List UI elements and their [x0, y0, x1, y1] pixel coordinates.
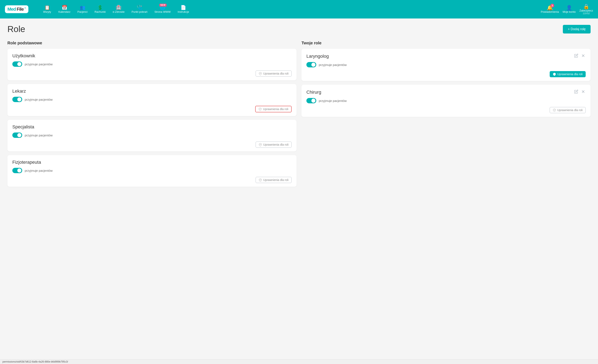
permissions-button-fizjoterapeuta[interactable]: Uprawnienia dla roli	[256, 177, 291, 183]
page-header: Role + Dodaj rolę	[8, 24, 590, 34]
role-name-specjalista: Specjalista	[12, 124, 34, 129]
toggle-lekarz[interactable]	[12, 97, 22, 102]
toggle-row-laryngolog: przyjmuje pacjentów	[307, 62, 586, 67]
role-name-uzytkownik: Użytkownik	[12, 53, 35, 58]
nav-label-punkt-pobran: Punkt pobrań	[132, 10, 148, 13]
nav-item-strona-www[interactable]: 🌐NEWStrona WWW	[151, 4, 174, 15]
nav-item-instrukcje[interactable]: 📄Instrukcje	[175, 4, 192, 15]
logo-reg: ®	[25, 7, 26, 9]
permissions-button-lekarz[interactable]: Uprawnienia dla roli	[255, 106, 291, 112]
add-role-button[interactable]: + Dodaj rolę	[563, 25, 590, 33]
edit-icon-chirurg[interactable]	[574, 89, 579, 95]
permissions-button-uzytkownik[interactable]: Uprawnienia dla roli	[256, 71, 291, 77]
nav-label-instrukcje: Instrukcje	[178, 10, 189, 13]
toggle-row-fizjoterapeuta: przyjmuje pacjentów	[12, 168, 291, 173]
basic-roles-title: Role podstawowe	[8, 41, 297, 45]
toggle-row-lekarz: przyjmuje pacjentów	[12, 97, 291, 102]
toggle-label-chirurg: przyjmuje pacjentów	[319, 99, 347, 103]
nav-label-strona-www: Strona WWW	[154, 10, 171, 13]
role-actions-laryngolog	[574, 53, 586, 59]
role-card-chirurg: Chirurgprzyjmuje pacjentów Uprawnienia d…	[301, 85, 590, 117]
toggle-row-specjalista: przyjmuje pacjentów	[12, 132, 291, 138]
delete-icon-laryngolog[interactable]	[581, 53, 586, 59]
toggle-specjalista[interactable]	[12, 132, 22, 138]
logo-box: Med File ®	[5, 5, 28, 13]
nav-item-punkt-pobran[interactable]: 🩺Punkt pobrań	[129, 4, 150, 15]
role-card-footer-uzytkownik: Uprawnienia dla roli	[12, 71, 291, 77]
role-card-laryngolog: Laryngologprzyjmuje pacjentów Uprawnieni…	[301, 49, 590, 81]
toggle-fizjoterapeuta[interactable]	[12, 168, 22, 173]
nav-icon-rachunki: 💲	[97, 5, 103, 10]
nav-right-moje-konto[interactable]: 👤Moje konto	[563, 5, 576, 13]
nav-right-label-zabezpiecz: Zabezpiecz	[580, 9, 593, 12]
nav-items: 📋Wizyty📅Kalendarz👥Pacjenci💲Rachunki🏥e-Zd…	[40, 4, 541, 15]
role-name-fizjoterapeuta: Fizjoterapeuta	[12, 160, 41, 165]
nav-right-label-powiadomienia: Powiadomienia	[541, 10, 559, 13]
permissions-button-specjalista[interactable]: Uprawnienia dla roli	[256, 142, 291, 148]
role-card-header-chirurg: Chirurg	[307, 89, 586, 95]
nav-label-kalendarz: Kalendarz	[58, 10, 71, 13]
status-text: permissions/oid/63b7d612-8a6b-4a26-880e-…	[2, 360, 68, 363]
role-card-lekarz: Lekarzprzyjmuje pacjentów Uprawnienia dl…	[8, 84, 297, 116]
nav-icon-kalendarz: 📅	[62, 5, 67, 10]
permissions-button-chirurg[interactable]: Uprawnienia dla roli	[550, 107, 586, 113]
role-card-footer-chirurg: Uprawnienia dla roli	[307, 107, 586, 113]
permissions-button-laryngolog[interactable]: Uprawnienia dla roli	[550, 71, 586, 77]
basic-roles-list: Użytkownikprzyjmuje pacjentów Uprawnieni…	[8, 49, 297, 187]
roles-layout: Role podstawowe Użytkownikprzyjmuje pacj…	[8, 41, 590, 190]
status-bar: permissions/oid/63b7d612-8a6b-4a26-880e-…	[0, 359, 598, 364]
role-card-header-specjalista: Specjalista	[12, 124, 291, 129]
nav-item-rachunki[interactable]: 💲Rachunki	[92, 4, 108, 15]
nav-right-icon-zabezpiecz: 🔒	[583, 4, 589, 9]
main-content: Role + Dodaj rolę Role podstawowe Użytko…	[0, 18, 598, 364]
role-name-lekarz: Lekarz	[12, 89, 26, 94]
role-card-footer-lekarz: Uprawnienia dla roli	[12, 106, 291, 112]
page-title: Role	[8, 24, 25, 34]
your-roles-column: Twoje role Laryngologprzyjmuje pacjentów…	[301, 41, 590, 121]
toggle-label-uzytkownik: przyjmuje pacjentów	[25, 63, 53, 66]
nav-label-wizyty: Wizyty	[43, 10, 51, 13]
nav-label-e-zdrowie: e-Zdrowie	[113, 10, 125, 13]
nav-icon-strona-www: 🌐NEW	[160, 5, 165, 10]
nav-right-sub-zabezpiecz: 119:52	[583, 12, 590, 15]
nav-right-powiadomienia[interactable]: 🔔3Powiadomienia	[541, 5, 559, 13]
badge-count-powiadomienia: 3	[550, 4, 554, 7]
navbar: Med File ® 📋Wizyty📅Kalendarz👥Pacjenci💲Ra…	[0, 0, 598, 18]
role-name-laryngolog: Laryngolog	[307, 54, 329, 59]
nav-item-e-zdrowie[interactable]: 🏥e-Zdrowie	[110, 4, 127, 15]
toggle-label-lekarz: przyjmuje pacjentów	[25, 98, 53, 101]
role-card-footer-fizjoterapeuta: Uprawnienia dla roli	[12, 177, 291, 183]
toggle-row-uzytkownik: przyjmuje pacjentów	[12, 61, 291, 67]
role-card-header-lekarz: Lekarz	[12, 89, 291, 94]
nav-right-zabezpiecz[interactable]: 🔒Zabezpiecz119:52	[580, 4, 593, 15]
toggle-chirurg[interactable]	[307, 98, 316, 103]
nav-item-wizyty[interactable]: 📋Wizyty	[40, 4, 54, 15]
role-card-header-laryngolog: Laryngolog	[307, 53, 586, 59]
delete-icon-chirurg[interactable]	[581, 89, 586, 95]
nav-icon-wizyty: 📋	[44, 5, 50, 10]
nav-icon-pacjenci: 👥	[80, 5, 85, 10]
role-card-uzytkownik: Użytkownikprzyjmuje pacjentów Uprawnieni…	[8, 49, 297, 80]
nav-right: 🔔3Powiadomienia👤Moje konto🔒Zabezpiecz119…	[541, 4, 593, 15]
role-card-footer-specjalista: Uprawnienia dla roli	[12, 142, 291, 148]
edit-icon-laryngolog[interactable]	[574, 53, 579, 59]
toggle-label-laryngolog: przyjmuje pacjentów	[319, 63, 347, 66]
role-name-chirurg: Chirurg	[307, 89, 321, 95]
badge-new-strona-www: NEW	[159, 4, 166, 7]
logo-med: Med	[8, 7, 16, 12]
nav-icon-punkt-pobran: 🩺	[137, 5, 142, 10]
toggle-laryngolog[interactable]	[307, 62, 316, 67]
your-roles-title: Twoje role	[301, 41, 590, 45]
nav-label-pacjenci: Pacjenci	[77, 10, 88, 13]
your-roles-list: Laryngologprzyjmuje pacjentów Uprawnieni…	[301, 49, 590, 117]
logo-area[interactable]: Med File ®	[5, 5, 34, 13]
nav-item-kalendarz[interactable]: 📅Kalendarz	[56, 4, 73, 15]
nav-icon-instrukcje: 📄	[181, 5, 186, 10]
nav-right-label-moje-konto: Moje konto	[563, 10, 576, 13]
role-card-fizjoterapeuta: Fizjoterapeutaprzyjmuje pacjentów Uprawn…	[8, 155, 297, 187]
toggle-row-chirurg: przyjmuje pacjentów	[307, 98, 586, 103]
role-card-footer-laryngolog: Uprawnienia dla roli	[307, 71, 586, 77]
toggle-uzytkownik[interactable]	[12, 61, 22, 67]
nav-right-icon-moje-konto: 👤	[566, 5, 572, 10]
nav-item-pacjenci[interactable]: 👥Pacjenci	[75, 4, 91, 15]
